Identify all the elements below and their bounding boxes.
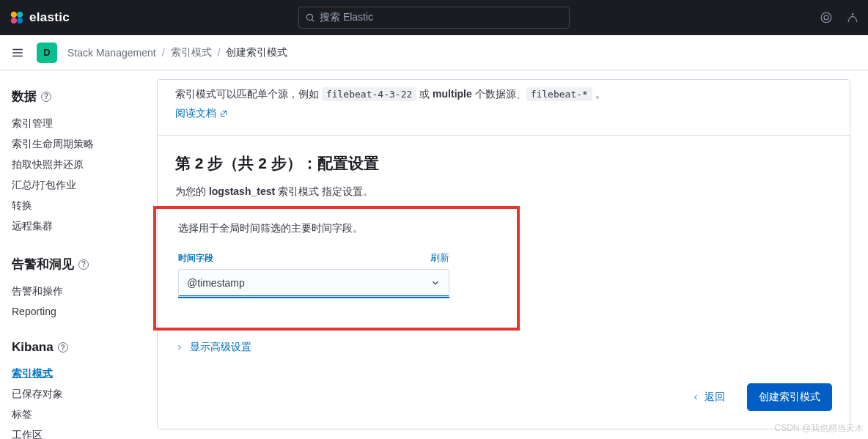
help-icon[interactable]: ? [58,342,68,353]
refresh-link[interactable]: 刷新 [430,251,449,265]
svg-point-8 [852,14,853,15]
sidebar-item[interactable]: 工作区 [12,425,133,439]
nav-toggle-button[interactable] [9,44,26,62]
sub-header: D Stack Management / 索引模式 / 创建索引模式 [0,35,868,70]
create-index-pattern-button[interactable]: 创建索引模式 [747,383,832,411]
breadcrumb-item[interactable]: 索引模式 [171,46,212,59]
svg-point-6 [821,12,831,23]
intro-text: 索引模式可以匹配单个源，例如 filebeat-4-3-22 或 multipl… [175,86,832,103]
menu-icon [11,46,24,59]
help-icon[interactable]: ? [41,92,51,102]
sidebar-item[interactable]: 索引管理 [12,114,133,134]
code-example: filebeat-* [526,87,592,101]
svg-point-2 [11,18,17,23]
svg-point-7 [824,15,828,20]
space-avatar[interactable]: D [37,43,57,63]
footer-actions: 返回 创建索引模式 [175,383,832,411]
main-content: 索引模式可以匹配单个源，例如 filebeat-4-3-22 或 multipl… [139,70,868,439]
global-header: elastic 搜索 Elastic [0,0,868,35]
search-icon [305,12,315,23]
time-field-label: 时间字段 [178,252,213,265]
svg-point-3 [17,18,23,23]
breadcrumb: Stack Management / 索引模式 / 创建索引模式 [67,46,287,59]
help-icon[interactable] [846,11,859,24]
create-index-pattern-panel: 索引模式可以匹配单个源，例如 filebeat-4-3-22 或 multipl… [157,79,850,429]
sidebar-group-title: 数据? [12,88,133,105]
svg-line-5 [312,20,315,22]
external-link-icon [219,109,228,118]
header-actions [820,11,859,24]
read-docs-link[interactable]: 阅读文档 [175,107,228,120]
management-sidebar: 数据? 索引管理 索引生命周期策略 拍取快照并还原 汇总/打包作业 转换 远程集… [0,70,139,439]
chevron-left-icon [691,393,700,402]
svg-point-0 [11,12,17,18]
watermark: CSDN @我也想当天木 [774,422,864,435]
sidebar-item[interactable]: 已保存对象 [12,384,133,405]
divider [158,135,850,136]
sidebar-item[interactable]: 告警和操作 [12,281,133,302]
specify-text: 为您的 logstash_test 索引模式 指定设置。 [175,185,832,199]
sidebar-item[interactable]: 拍取快照并还原 [12,155,133,175]
global-search[interactable]: 搜索 Elastic [298,7,570,29]
sidebar-group-title: 告警和洞见? [12,256,133,273]
highlight-box: 选择用于全局时间筛选的主要时间字段。 时间字段 刷新 @timestamp [153,206,520,331]
sidebar-item[interactable]: Reporting [12,302,133,321]
time-field-desc: 选择用于全局时间筛选的主要时间字段。 [178,222,508,235]
sidebar-item[interactable]: 汇总/打包作业 [12,175,133,196]
back-button[interactable]: 返回 [683,385,734,410]
brand-logo[interactable]: elastic [9,10,70,26]
help-icon[interactable]: ? [78,259,89,270]
search-placeholder: 搜索 Elastic [320,11,373,24]
sidebar-group-title: Kibana? [12,340,133,355]
sidebar-item[interactable]: 转换 [12,196,133,216]
brand-name: elastic [29,10,70,25]
time-field-value: @timestamp [187,277,245,289]
sidebar-item[interactable]: 远程集群 [12,216,133,237]
svg-point-4 [306,14,312,20]
svg-point-1 [17,12,23,18]
time-field-select[interactable]: @timestamp [178,269,449,298]
sidebar-item[interactable]: 标签 [12,405,133,425]
breadcrumb-current: 创建索引模式 [226,46,287,59]
show-advanced-toggle[interactable]: 显示高级设置 [175,341,832,354]
elastic-logo-icon [9,10,25,26]
step-title: 第 2 步（共 2 步）：配置设置 [175,153,832,174]
sidebar-item-index-patterns[interactable]: 索引模式 [12,364,133,384]
breadcrumb-item[interactable]: Stack Management [67,47,156,59]
newsfeed-icon[interactable] [820,11,833,24]
code-example: filebeat-4-3-22 [322,87,416,101]
sidebar-item[interactable]: 索引生命周期策略 [12,134,133,155]
chevron-down-icon [430,278,441,288]
chevron-right-icon [175,343,184,352]
